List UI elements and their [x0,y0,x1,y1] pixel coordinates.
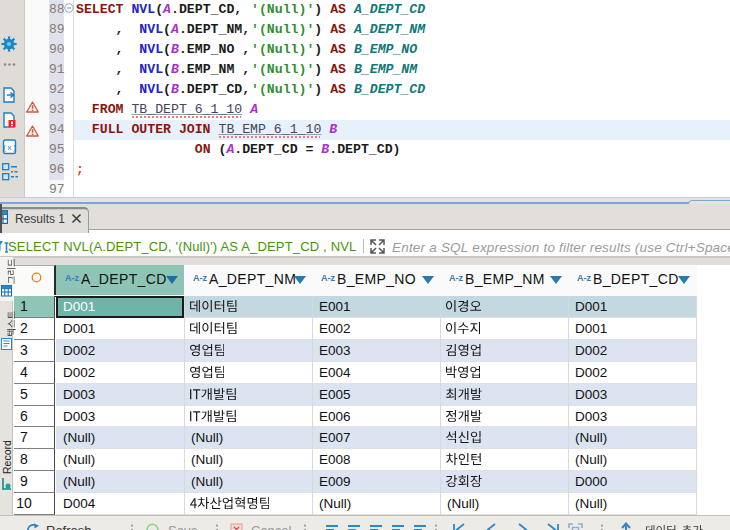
svg-text:(x): (x) [2,143,16,152]
